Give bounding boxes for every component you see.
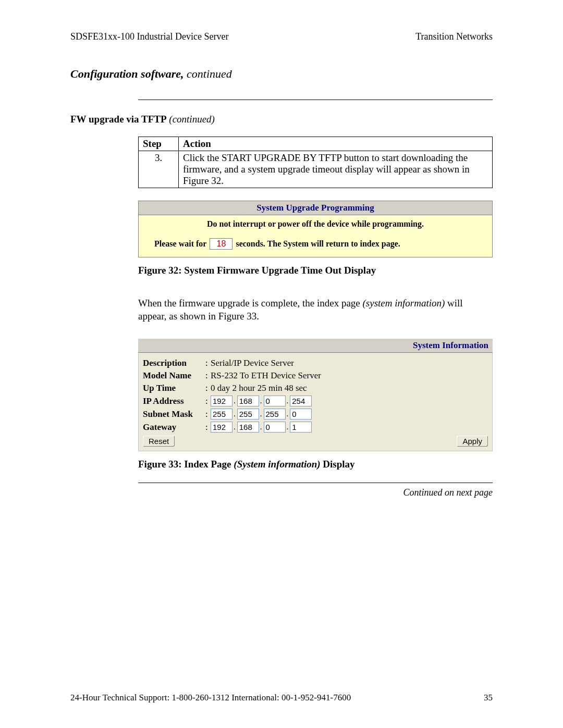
- label-subnet-mask: Subnet Mask: [143, 409, 205, 419]
- figure-32-panel: System Upgrade Programming Do not interr…: [138, 201, 493, 257]
- page-header: SDSFE31xx-100 Industrial Device Server T…: [70, 31, 493, 42]
- value-up-time: 0 day 2 hour 25 min 48 sec: [211, 383, 307, 393]
- row-ip-address: IP Address : . . .: [143, 396, 488, 406]
- value-description: Serial/IP Device Server: [211, 358, 294, 368]
- body-paragraph: When the firmware upgrade is complete, t…: [138, 297, 493, 323]
- step-number: 3.: [139, 151, 179, 188]
- figure-33-title: System Information: [413, 340, 488, 350]
- figure-32-body: Do not interrupt or power off the device…: [138, 215, 493, 257]
- label-up-time: Up Time: [143, 383, 205, 393]
- figure-33-panel: System Information Description : Serial/…: [138, 338, 493, 451]
- figure-32-warning: Do not interrupt or power off the device…: [154, 219, 476, 229]
- gw-octet-4[interactable]: [290, 422, 312, 433]
- sub-heading-bold: FW upgrade via TFTP: [70, 114, 167, 125]
- divider-top: [138, 100, 493, 100]
- body-pre: When the firmware upgrade is complete, t…: [138, 298, 363, 309]
- figure-33-caption-italic: (System information): [234, 459, 320, 470]
- continued-note: Continued on next page: [70, 487, 493, 498]
- section-title-bold: Configuration software,: [70, 67, 184, 80]
- mask-octet-4[interactable]: [290, 409, 312, 419]
- mask-octet-1[interactable]: [211, 409, 232, 419]
- gw-octet-2[interactable]: [237, 422, 259, 433]
- gw-octet-1[interactable]: [211, 422, 232, 433]
- step-action: Click the START UPGRADE BY TFTP button t…: [179, 151, 493, 188]
- divider-bottom: [138, 483, 493, 483]
- row-description: Description : Serial/IP Device Server: [143, 358, 488, 368]
- figure-33-titlebar: System Information: [138, 338, 493, 353]
- figure-33-caption: Figure 33: Index Page (System informatio…: [138, 459, 493, 470]
- figure-32-caption: Figure 32: System Firmware Upgrade Time …: [138, 265, 493, 276]
- mask-octet-2[interactable]: [237, 409, 259, 419]
- ip-octet-2[interactable]: [237, 396, 259, 406]
- figure-32-titlebar: System Upgrade Programming: [138, 201, 493, 215]
- footer-left: 24-Hour Technical Support: 1-800-260-131…: [70, 693, 351, 703]
- wait-pre: Please wait for: [154, 239, 206, 249]
- value-model-name: RS-232 To ETH Device Server: [211, 371, 321, 381]
- step-table-header-row: Step Action: [139, 137, 493, 151]
- label-ip-address: IP Address: [143, 396, 205, 406]
- reset-button[interactable]: Reset: [143, 436, 175, 447]
- step-header: Step: [139, 137, 179, 151]
- countdown-box: 18: [210, 238, 232, 250]
- figure-32-title: System Upgrade Programming: [256, 203, 374, 213]
- section-title: Configuration software, continued: [70, 67, 493, 81]
- figure-33-caption-post: Display: [321, 459, 355, 470]
- mask-octet-3[interactable]: [264, 409, 286, 419]
- figure-32-waitline: Please wait for 18 seconds. The System w…: [154, 238, 476, 250]
- action-header: Action: [179, 137, 493, 151]
- gw-octet-3[interactable]: [264, 422, 286, 433]
- sub-heading: FW upgrade via TFTP (continued): [70, 114, 493, 125]
- row-subnet-mask: Subnet Mask : . . .: [143, 409, 488, 419]
- row-model-name: Model Name : RS-232 To ETH Device Server: [143, 371, 488, 381]
- ip-octet-3[interactable]: [264, 396, 286, 406]
- page-number: 35: [484, 693, 493, 703]
- sub-heading-rest: (continued): [167, 114, 215, 125]
- ip-octet-4[interactable]: [290, 396, 312, 406]
- body-italic: (system information): [363, 298, 445, 309]
- figure-33-body: Description : Serial/IP Device Server Mo…: [138, 353, 493, 451]
- header-left: SDSFE31xx-100 Industrial Device Server: [70, 31, 228, 42]
- step-table: Step Action 3. Click the START UPGRADE B…: [138, 137, 493, 188]
- header-right: Transition Networks: [415, 31, 493, 42]
- figure-33-caption-pre: Figure 33: Index Page: [138, 459, 234, 470]
- ip-octet-1[interactable]: [211, 396, 232, 406]
- label-model-name: Model Name: [143, 371, 205, 381]
- section-title-rest: continued: [184, 67, 232, 80]
- row-up-time: Up Time : 0 day 2 hour 25 min 48 sec: [143, 383, 488, 393]
- step-table-row: 3. Click the START UPGRADE BY TFTP butto…: [139, 151, 493, 188]
- label-description: Description: [143, 358, 205, 368]
- page-footer: 24-Hour Technical Support: 1-800-260-131…: [70, 693, 493, 703]
- apply-button[interactable]: Apply: [457, 436, 488, 447]
- label-gateway: Gateway: [143, 422, 205, 433]
- row-gateway: Gateway : . . .: [143, 422, 488, 433]
- figure-33-button-row: Reset Apply: [143, 436, 488, 447]
- wait-post: seconds. The System will return to index…: [236, 239, 400, 249]
